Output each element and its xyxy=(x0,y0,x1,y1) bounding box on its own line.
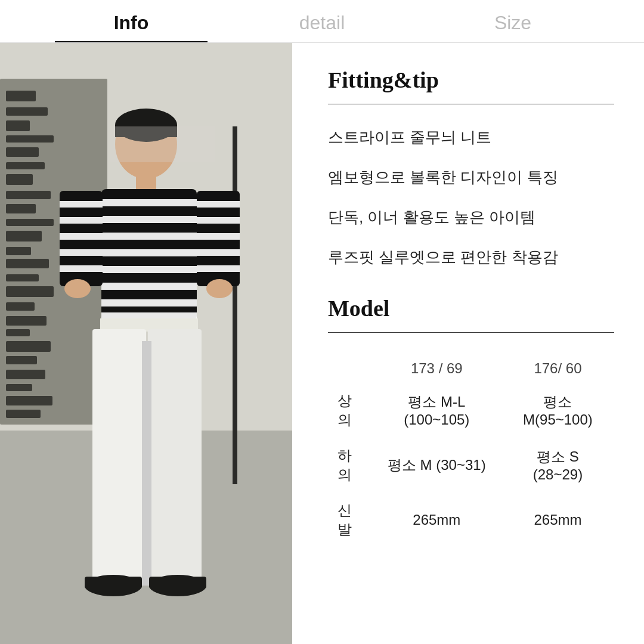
tab-detail[interactable]: detail xyxy=(227,12,417,42)
row-top-label: 상의 xyxy=(328,383,372,438)
svg-rect-44 xyxy=(60,217,103,224)
svg-point-55 xyxy=(206,279,233,298)
svg-rect-60 xyxy=(148,329,202,586)
svg-rect-47 xyxy=(60,265,103,272)
tab-size[interactable]: Size xyxy=(417,12,608,42)
info-panel: Fitting&tip 스트라이프 줄무늬 니트 엠보형으로 볼록한 디자인이 … xyxy=(292,43,644,644)
svg-rect-15 xyxy=(6,247,31,255)
fitting-title: Fitting&tip xyxy=(328,67,614,93)
svg-rect-21 xyxy=(6,329,30,336)
model-divider xyxy=(328,332,614,333)
svg-rect-17 xyxy=(6,274,39,281)
svg-rect-26 xyxy=(6,396,52,405)
svg-rect-37 xyxy=(101,249,197,256)
svg-rect-13 xyxy=(6,219,54,226)
svg-rect-50 xyxy=(197,217,240,224)
svg-rect-46 xyxy=(60,249,103,256)
model-section: Model 173 / 69 176/ 60 상의 평소 M-L (100~10… xyxy=(328,295,614,547)
svg-rect-12 xyxy=(6,204,36,213)
tip-2: 엠보형으로 볼록한 디자인이 특징 xyxy=(328,166,614,189)
svg-rect-5 xyxy=(6,107,48,116)
svg-rect-20 xyxy=(6,316,47,326)
row-bottom-col1: 평소 M (30~31) xyxy=(372,438,501,493)
svg-rect-14 xyxy=(6,231,42,242)
row-top-col2: 평소 M(95~100) xyxy=(501,383,614,438)
svg-rect-63 xyxy=(85,577,142,589)
svg-rect-27 xyxy=(6,410,41,418)
svg-rect-49 xyxy=(197,201,240,208)
svg-rect-66 xyxy=(110,126,215,162)
svg-rect-19 xyxy=(6,302,35,311)
col-model2-header: 176/ 60 xyxy=(501,354,614,383)
svg-rect-53 xyxy=(197,265,240,272)
main-content: Fitting&tip 스트라이프 줄무늬 니트 엠보형으로 볼록한 디자인이 … xyxy=(0,43,644,644)
svg-rect-35 xyxy=(101,216,197,223)
svg-rect-6 xyxy=(6,120,30,131)
svg-rect-52 xyxy=(197,249,240,256)
row-bottom-label: 하의 xyxy=(328,438,372,493)
svg-rect-65 xyxy=(149,577,206,589)
table-row: 하의 평소 M (30~31) 평소 S (28~29) xyxy=(328,438,614,493)
row-shoes-col2: 265mm xyxy=(501,493,614,547)
fitting-divider xyxy=(328,104,614,104)
svg-rect-45 xyxy=(60,233,103,240)
model-title: Model xyxy=(328,295,614,321)
svg-rect-59 xyxy=(92,329,146,586)
svg-rect-23 xyxy=(6,356,37,364)
svg-point-54 xyxy=(64,279,91,298)
tab-info[interactable]: Info xyxy=(36,12,227,42)
svg-rect-25 xyxy=(6,384,32,391)
svg-rect-22 xyxy=(6,341,51,352)
svg-rect-11 xyxy=(6,191,51,199)
svg-rect-51 xyxy=(197,233,240,240)
svg-rect-10 xyxy=(6,174,33,185)
tip-4: 루즈핏 실루엣으로 편안한 착용감 xyxy=(328,246,614,269)
svg-rect-38 xyxy=(101,266,197,273)
row-shoes-label: 신발 xyxy=(328,493,372,547)
svg-rect-16 xyxy=(6,259,49,268)
model-header-row: 173 / 69 176/ 60 xyxy=(328,354,614,383)
table-row: 신발 265mm 265mm xyxy=(328,493,614,547)
tab-bar: Info detail Size xyxy=(0,0,644,43)
svg-rect-18 xyxy=(6,286,54,297)
col-model1-header: 173 / 69 xyxy=(372,354,501,383)
svg-rect-43 xyxy=(60,201,103,208)
row-shoes-col1: 265mm xyxy=(372,493,501,547)
row-bottom-col2: 평소 S (28~29) xyxy=(501,438,614,493)
fitting-section: Fitting&tip 스트라이프 줄무늬 니트 엠보형으로 볼록한 디자인이 … xyxy=(328,67,614,269)
svg-rect-4 xyxy=(6,91,36,101)
row-top-col1: 평소 M-L (100~105) xyxy=(372,383,501,438)
svg-rect-34 xyxy=(101,199,197,206)
svg-rect-28 xyxy=(233,126,237,484)
svg-rect-39 xyxy=(101,283,197,290)
svg-rect-61 xyxy=(142,341,151,586)
product-image xyxy=(0,43,292,644)
table-row: 상의 평소 M-L (100~105) 평소 M(95~100) xyxy=(328,383,614,438)
svg-rect-36 xyxy=(101,233,197,240)
svg-rect-40 xyxy=(101,299,197,306)
tip-3: 단독, 이너 활용도 높은 아이템 xyxy=(328,206,614,229)
svg-rect-8 xyxy=(6,147,39,157)
svg-rect-24 xyxy=(6,370,45,379)
tip-1: 스트라이프 줄무늬 니트 xyxy=(328,126,614,149)
svg-rect-9 xyxy=(6,162,45,169)
model-table: 173 / 69 176/ 60 상의 평소 M-L (100~105) 평소 … xyxy=(328,354,614,547)
svg-rect-7 xyxy=(6,135,54,143)
col-label-header xyxy=(328,354,372,383)
